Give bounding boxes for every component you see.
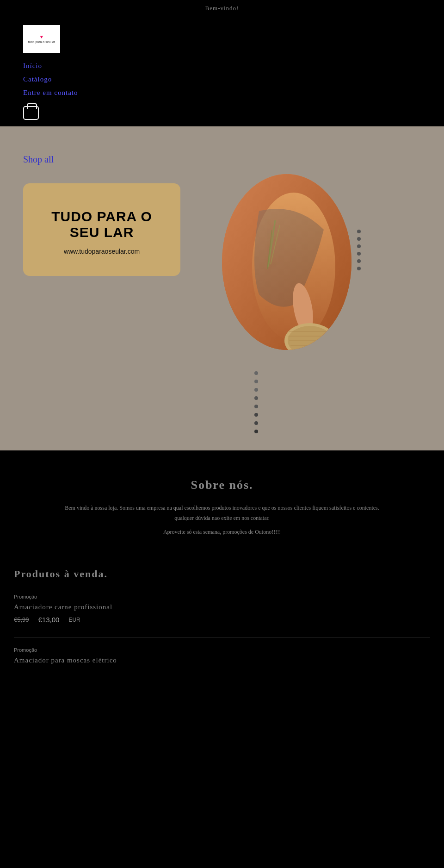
nav-catalogo[interactable]: Catálogo: [23, 75, 421, 83]
dot-3: [357, 244, 361, 248]
vdot-2: [254, 380, 258, 383]
hero-image-container: [199, 183, 352, 359]
product-name-2: Amaciador para moscas elétrico: [14, 656, 430, 664]
hero-section: Shop all TUDO PARA O SEU LAR www.tudopar…: [0, 126, 444, 450]
product-badge-1: Promoção: [14, 594, 430, 599]
divider-1: [14, 637, 430, 638]
product-pricing-1: €5,99 €13,00 EUR: [14, 616, 430, 624]
vdot-4: [254, 396, 258, 400]
logo-text: ♥ tudo para o seu lar: [28, 34, 55, 44]
about-body: Bem vindo à nossa loja. Somos uma empres…: [60, 503, 384, 523]
cart-wrapper[interactable]: [23, 106, 421, 122]
logo[interactable]: ♥ tudo para o seu lar: [23, 25, 60, 53]
product-badge-2: Promoção: [14, 647, 430, 653]
dot-6: [357, 267, 361, 270]
hero-brand-card: TUDO PARA O SEU LAR www.tudoparaoseular.…: [23, 183, 180, 276]
product-name-1: Amaciadore carne profissional: [14, 603, 430, 611]
price-sale-1: €13,00: [38, 616, 60, 624]
about-section: Sobre nós. Bem vindo à nossa loja. Somos…: [0, 450, 444, 554]
nav-contact[interactable]: Entre em contato: [23, 89, 421, 97]
products-section: Produtos à venda. Promoção Amaciadore ca…: [0, 554, 444, 697]
vdot-6: [254, 413, 258, 417]
dot-1: [357, 230, 361, 233]
logo-heart-icon: ♥: [40, 34, 43, 39]
shop-all-link[interactable]: Shop all: [23, 154, 421, 165]
products-title: Produtos à venda.: [14, 568, 430, 580]
product-card-2: Promoção Amaciador para moscas elétrico: [14, 647, 430, 664]
product-card-1: Promoção Amaciadore carne profissional €…: [14, 594, 430, 624]
dot-5: [357, 259, 361, 263]
vdot-8: [254, 430, 258, 433]
cart-icon[interactable]: [23, 106, 39, 120]
hero-content: TUDO PARA O SEU LAR www.tudoparaoseular.…: [23, 183, 421, 359]
dot-4: [357, 252, 361, 256]
top-bar: Bem-vindo!: [0, 0, 444, 16]
welcome-message: Bem-vindo!: [205, 5, 239, 12]
fashion-image: [222, 174, 352, 350]
dot-2: [357, 237, 361, 241]
about-title: Sobre nós.: [23, 478, 421, 492]
nav-inicio[interactable]: Início: [23, 62, 421, 70]
hero-card-url: www.tudoparaoseular.com: [64, 248, 140, 255]
price-original-1: €5,99: [14, 616, 29, 623]
vdot-1: [254, 371, 258, 375]
vdot-5: [254, 405, 258, 408]
fashion-svg: [222, 174, 352, 350]
vdot-3: [254, 388, 258, 392]
hero-image-oval: [222, 174, 352, 350]
dots-decoration: [357, 230, 361, 270]
hero-card-title: TUDO PARA O SEU LAR: [37, 209, 166, 240]
navigation: Início Catálogo Entre em contato: [23, 62, 421, 97]
dots-vertical: [254, 371, 258, 433]
about-promo: Aproveite só esta semana, promoções de O…: [23, 529, 421, 536]
vdot-7: [254, 421, 258, 425]
header: ♥ tudo para o seu lar Início Catálogo En…: [0, 16, 444, 126]
price-currency-1: EUR: [68, 617, 80, 623]
